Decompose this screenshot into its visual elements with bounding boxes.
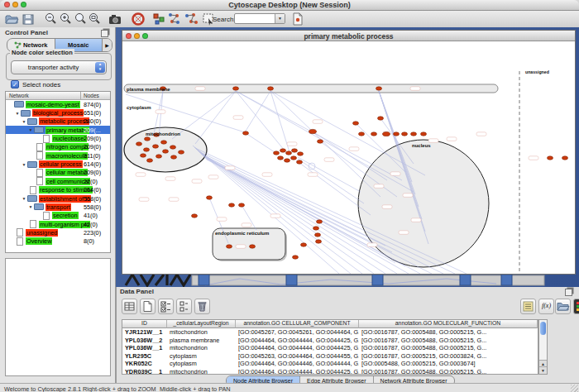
tree-node-label[interactable]: primary metabo — [45, 127, 89, 134]
tree-row[interactable]: unassigned223(0) — [6, 228, 110, 237]
tree-row[interactable]: multi-organism pro42(0) — [6, 220, 110, 228]
disclosure-triangle-icon[interactable]: ▼ — [14, 111, 21, 116]
table-cell[interactable]: cytoplasm — [167, 352, 236, 361]
data-panel-float-icon[interactable] — [565, 289, 572, 296]
table-cell[interactable]: [GO:0016787, GO:0005488, GO:0005215, G..… — [359, 328, 538, 337]
table-cell[interactable]: [GO:0045263, GO:0044464, GO:0044455, G..… — [236, 352, 359, 361]
tree-node-label[interactable]: biological_process — [32, 109, 84, 117]
table-cell[interactable]: [GO:0016787, GO:0005215, GO:0003824, G..… — [359, 352, 538, 361]
search-input[interactable]: ▼ — [234, 13, 285, 24]
table-cell[interactable]: [GO:0044464, GO:0044444, GO:0044425, G..… — [236, 368, 359, 375]
open-file-icon[interactable] — [4, 12, 19, 26]
table-cell[interactable]: [GO:0045267, GO:0045261, GO:0044464, G..… — [236, 328, 359, 337]
delete-attribute-icon[interactable] — [194, 299, 210, 314]
tree-row[interactable]: ▼transport558(0) — [6, 203, 110, 211]
float-panel-icon[interactable] — [101, 30, 108, 37]
tree-row[interactable]: cell communicat22(0) — [6, 177, 110, 185]
tree-node-label[interactable]: cellular process — [39, 160, 83, 168]
disclosure-triangle-icon[interactable]: ▼ — [27, 204, 34, 209]
advanced-search-icon[interactable] — [290, 12, 305, 26]
network-canvas[interactable]: plasma membrane cytoplasm mitochondrion … — [122, 41, 575, 274]
table-cell[interactable]: YKR052C — [122, 360, 167, 368]
table-cell[interactable]: [GO:0016787, GO:0005488, GO:0005215, G..… — [359, 337, 538, 345]
table-cell[interactable]: YPL036W__1 — [122, 344, 167, 352]
attribute-list-icon[interactable] — [520, 299, 536, 314]
table-cell[interactable]: mitochondrion — [167, 328, 236, 337]
table-vertical-scrollbar[interactable]: ▲ ▼ — [538, 319, 548, 375]
tree-row[interactable]: ▼establishment of lo558(0) — [6, 194, 110, 203]
zoom-fit-icon[interactable] — [87, 12, 102, 26]
node-color-dropdown[interactable]: transporter activity ▲▼ — [11, 60, 107, 74]
table-cell[interactable]: mitochondrion — [167, 344, 236, 352]
tree-row[interactable]: Overview8(0) — [6, 237, 110, 246]
new-attribute-icon[interactable] — [140, 299, 156, 314]
tree-row[interactable]: nucleobase-209(0) — [6, 134, 110, 142]
zoom-out-icon[interactable] — [43, 12, 58, 26]
table-cell[interactable]: [GO:0044464, GO:0044446, GO:0044444, G..… — [236, 360, 359, 368]
disclosure-triangle-icon[interactable]: ▼ — [21, 162, 27, 167]
tree-row[interactable]: macromolecule311(0) — [6, 151, 110, 160]
tree-row[interactable]: ▼primary metabo209(... — [6, 126, 110, 134]
tree-row[interactable]: cellular metabo209(0) — [6, 169, 110, 177]
disclosure-triangle-icon[interactable]: ▼ — [21, 119, 27, 124]
table-cell[interactable]: [GO:0044464, GO:0044444, GO:0044425, G..… — [236, 337, 359, 345]
disclosure-triangle-icon[interactable]: ▼ — [21, 196, 27, 201]
tree-row[interactable]: mosaic-demo-yeast874(0) — [6, 100, 110, 108]
tree-node-label[interactable]: mosaic-demo-yeast — [26, 101, 80, 108]
table-cell[interactable]: YJR121W__1 — [122, 328, 167, 337]
table-cell[interactable]: YDR039C__1 — [122, 368, 167, 375]
tree-node-label[interactable]: metabolic process — [39, 117, 89, 125]
table-column-header[interactable]: annotation.GO CELLULAR_COMPONENT — [236, 320, 359, 328]
table-cell[interactable]: YPL036W__2 — [122, 337, 167, 345]
disclosure-triangle-icon[interactable]: ▼ — [27, 127, 34, 132]
unselect-attributes-icon[interactable] — [176, 299, 192, 314]
matrix-icon[interactable] — [573, 299, 579, 314]
select-attributes-icon[interactable] — [158, 299, 174, 314]
table-cell[interactable]: cytoplasm — [167, 360, 236, 368]
tree-node-label[interactable]: cellular metabo — [45, 169, 88, 176]
tree-row[interactable]: nitrogen compo209(0) — [6, 143, 110, 151]
tree-node-label[interactable]: nitrogen compo — [45, 143, 89, 151]
scrollbar-thumb[interactable] — [540, 322, 546, 335]
tabs-overflow-arrow[interactable]: ▶ — [102, 39, 112, 51]
table-cell[interactable]: plasma membrane — [167, 337, 236, 345]
table-cell[interactable]: YLR295C — [122, 352, 167, 361]
table-cell[interactable]: [GO:0016787, GO:0005488, GO:0005215, G..… — [359, 344, 538, 352]
zoom-selected-icon[interactable] — [73, 12, 88, 26]
tree-node-label[interactable]: secretion — [52, 212, 79, 219]
tree-row[interactable]: ▼metabolic process280(0) — [6, 117, 110, 126]
tree-row[interactable]: ▼biological_process651(0) — [6, 108, 110, 117]
resize-grip[interactable] — [571, 385, 578, 392]
vizmapper-icon[interactable] — [151, 12, 166, 26]
table-column-header[interactable]: annotation.GO MOLECULAR_FUNCTION — [359, 320, 538, 328]
tree-row[interactable]: response to stimulu264(0) — [6, 186, 110, 194]
layout-network-alt-icon[interactable] — [184, 12, 199, 26]
attribute-table[interactable]: ID_cellularLayoutRegionannotation.GO CEL… — [122, 319, 538, 375]
network-window-titlebar[interactable]: primary metabolic process — [122, 31, 575, 41]
table-column-header[interactable]: _cellularLayoutRegion — [167, 320, 236, 328]
tree-node-label[interactable]: transport — [45, 203, 71, 211]
table-column-header[interactable]: ID — [122, 320, 167, 328]
layout-network-icon[interactable] — [166, 12, 181, 26]
save-icon[interactable] — [21, 12, 36, 26]
table-cell[interactable]: mitochondrion — [167, 368, 236, 375]
zoom-in-icon[interactable] — [58, 12, 73, 26]
function-builder-icon[interactable]: f(x) — [538, 299, 554, 314]
tree-row[interactable]: secretion41(0) — [6, 212, 110, 220]
attribute-table-icon[interactable] — [122, 299, 137, 314]
table-cell[interactable]: [GO:0044464, GO:0044444, GO:0044425, G..… — [236, 344, 359, 352]
tree-node-label[interactable]: Overview — [26, 237, 52, 245]
tree-node-label[interactable]: nucleobase- — [52, 135, 87, 142]
tree-row[interactable]: ▼cellular process614(0) — [6, 160, 110, 168]
table-cell[interactable]: [GO:0016787, GO:0005488, GO:0005215, G..… — [359, 368, 538, 375]
camera-icon[interactable] — [108, 12, 122, 26]
search-dropdown-arrow[interactable]: ▼ — [275, 14, 285, 23]
scroll-down-arrow[interactable]: ▼ — [539, 366, 547, 374]
select-nodes-checkbox[interactable]: ✓ — [11, 80, 19, 88]
table-cell[interactable]: [GO:0005488, GO:0005215, GO:0003674] — [359, 360, 538, 368]
tree-node-label[interactable]: macromolecule — [45, 152, 88, 160]
import-attributes-icon[interactable] — [555, 299, 571, 314]
birdseye-view-panel[interactable] — [5, 258, 111, 376]
tree-node-label[interactable]: unassigned — [26, 229, 58, 237]
help-ring-icon[interactable] — [131, 12, 146, 26]
